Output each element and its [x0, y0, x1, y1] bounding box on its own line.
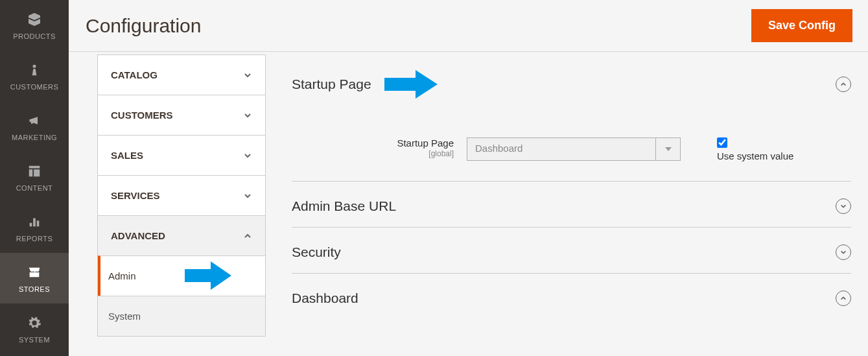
select-value: Dashboard [467, 138, 655, 160]
expand-down-icon [836, 244, 851, 260]
config-sub-system[interactable]: System [98, 296, 265, 336]
megaphone-icon [25, 112, 43, 130]
section-title-text: Security [292, 244, 341, 260]
store-icon [25, 263, 43, 281]
section-header-startup[interactable]: Startup Page [292, 54, 851, 112]
box-icon [25, 10, 43, 29]
rail-label: PRODUCTS [13, 32, 56, 40]
field-label-col: Startup Page [global] [292, 137, 467, 161]
config-group-services[interactable]: SERVICES [98, 175, 265, 215]
rail-label: STORES [19, 285, 50, 293]
rail-label: CONTENT [16, 184, 53, 192]
config-group-label: CATALOG [111, 69, 158, 80]
gear-icon [25, 314, 43, 332]
field-label: Startup Page [397, 137, 454, 148]
rail-item-system[interactable]: SYSTEM [0, 303, 69, 354]
rail-item-content[interactable]: CONTENT [0, 152, 69, 202]
use-system-value-input[interactable] [717, 137, 727, 148]
config-sub-label: Admin [108, 270, 136, 281]
config-nav: CATALOG CUSTOMERS SALES SERVICES [97, 54, 266, 337]
config-sub-admin[interactable]: Admin [98, 255, 265, 296]
config-sub-label: System [108, 311, 141, 322]
section-header-security[interactable]: Security [292, 228, 851, 274]
rail-label: SYSTEM [19, 336, 50, 344]
rail-label: REPORTS [16, 235, 53, 243]
config-group-label: CUSTOMERS [111, 110, 173, 121]
save-config-button[interactable]: Save Config [751, 9, 852, 42]
startup-page-select[interactable]: Dashboard [467, 137, 681, 161]
field-sys-col: Use system value [681, 137, 793, 161]
rail-item-reports[interactable]: REPORTS [0, 202, 69, 253]
annotation-arrow-icon [384, 70, 438, 99]
rail-label: MARKETING [12, 134, 57, 141]
config-group-label: SERVICES [111, 190, 160, 201]
chevron-down-icon [243, 111, 252, 120]
chevron-down-icon [243, 191, 252, 200]
rail-item-marketing[interactable]: MARKETING [0, 101, 69, 152]
expand-down-icon [836, 198, 851, 214]
admin-rail: PRODUCTS CUSTOMERS MARKETING CONTENT REP… [0, 0, 69, 356]
page-header: Configuration Save Config [69, 0, 868, 52]
config-group-advanced[interactable]: ADVANCED [98, 215, 265, 255]
section-title-text: Dashboard [292, 291, 358, 306]
bars-icon [25, 213, 43, 231]
section-title-text: Startup Page [292, 77, 371, 92]
layout-icon [25, 162, 43, 180]
collapse-up-icon [836, 291, 851, 306]
field-scope: [global] [292, 149, 454, 158]
content: CATALOG CUSTOMERS SALES SERVICES [69, 52, 868, 356]
form-panel: Startup Page Startup Page [global] Dashb… [266, 52, 868, 356]
section-title-text: Admin Base URL [292, 198, 396, 214]
config-group-label: ADVANCED [111, 230, 165, 241]
config-group-customers[interactable]: CUSTOMERS [98, 95, 265, 135]
chevron-down-icon [243, 71, 252, 80]
section-header-base-url[interactable]: Admin Base URL [292, 182, 851, 228]
config-group-catalog[interactable]: CATALOG [98, 54, 265, 95]
rail-label: CUSTOMERS [10, 83, 59, 91]
section-header-dashboard[interactable]: Dashboard [292, 274, 851, 319]
main: Configuration Save Config CATALOG CUSTOM… [69, 0, 868, 356]
config-group-sales[interactable]: SALES [98, 135, 265, 175]
dropdown-arrow-icon [655, 138, 680, 160]
page-title: Configuration [86, 15, 201, 37]
annotation-arrow-icon [185, 261, 231, 290]
rail-item-products[interactable]: PRODUCTS [0, 0, 69, 51]
use-system-value-label: Use system value [717, 150, 793, 161]
chevron-up-icon [243, 231, 252, 241]
collapse-up-icon [836, 77, 851, 92]
rail-item-stores[interactable]: STORES [0, 253, 69, 303]
use-system-value-checkbox[interactable]: Use system value [717, 137, 793, 161]
field-row-startup-page: Startup Page [global] Dashboard Use syst… [292, 112, 851, 182]
person-icon [25, 61, 43, 79]
field-input-col: Dashboard [467, 137, 681, 161]
rail-item-customers[interactable]: CUSTOMERS [0, 51, 69, 101]
chevron-down-icon [243, 151, 252, 160]
config-group-label: SALES [111, 150, 143, 161]
